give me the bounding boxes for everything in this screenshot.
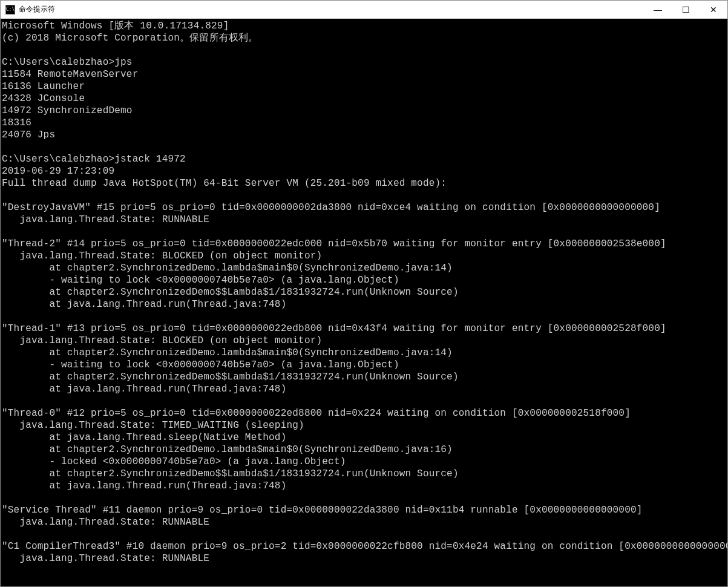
window-controls: — ☐ ✕ xyxy=(644,1,727,18)
minimize-button[interactable]: — xyxy=(644,1,672,18)
title-bar[interactable]: C:\ 命令提示符 — ☐ ✕ xyxy=(1,1,727,19)
terminal-output[interactable]: Microsoft Windows [版本 10.0.17134.829] (c… xyxy=(1,19,727,586)
close-button[interactable]: ✕ xyxy=(700,1,727,18)
cmd-icon: C:\ xyxy=(5,5,15,15)
maximize-button[interactable]: ☐ xyxy=(672,1,700,18)
window-title: 命令提示符 xyxy=(19,4,644,15)
cmd-window: C:\ 命令提示符 — ☐ ✕ Microsoft Windows [版本 10… xyxy=(0,0,728,587)
